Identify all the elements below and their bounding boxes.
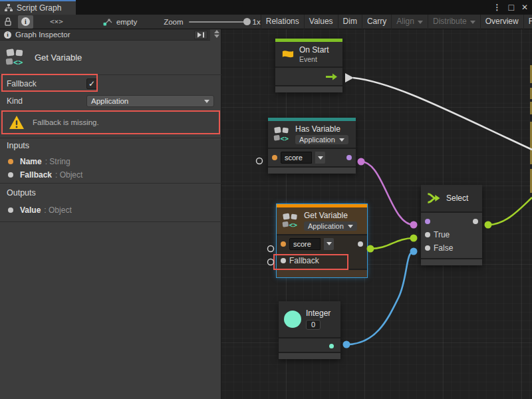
- full-screen-button[interactable]: Full Screen: [523, 15, 532, 29]
- port-dot-gray: [8, 207, 13, 213]
- output-port-integer[interactable]: [329, 344, 334, 348]
- input-port-name[interactable]: [281, 241, 286, 247]
- chevron-down-icon: [318, 156, 323, 160]
- maximize-icon[interactable]: □: [508, 2, 513, 13]
- variable-kind-dropdown[interactable]: Application: [304, 221, 357, 231]
- divider: [0, 221, 221, 222]
- graph-canvas[interactable]: On Start Event <>: [221, 29, 532, 399]
- output-port-value[interactable]: [358, 241, 363, 247]
- kind-row: Kind Application: [0, 94, 221, 108]
- tab-title: Script Graph: [17, 3, 61, 13]
- dim-button[interactable]: Dim: [338, 15, 362, 29]
- zoom-control: Zoom 1x: [164, 18, 261, 26]
- divider: [0, 183, 221, 184]
- node-integer[interactable]: Integer 0: [279, 301, 340, 359]
- node-get-variable[interactable]: <> Get Variable Application: [277, 204, 367, 277]
- output-row-value: Value : Object: [8, 205, 72, 215]
- variable-picker-button[interactable]: [324, 238, 334, 250]
- unity-visual-scripting-window: Script Graph ⋮ □ ✕ i <×> empty: [0, 0, 532, 399]
- wire-select-output: [488, 198, 532, 225]
- tab-script-graph[interactable]: Script Graph: [0, 0, 76, 15]
- integer-value-input[interactable]: 0: [306, 320, 321, 330]
- overview-button[interactable]: Overview: [480, 15, 523, 29]
- variable-kind-dropdown[interactable]: Application: [295, 135, 348, 144]
- node-header: Select: [421, 185, 482, 213]
- breadcrumb-label: empty: [116, 18, 137, 26]
- close-icon[interactable]: ✕: [521, 3, 528, 12]
- node-select[interactable]: Select True False: [421, 185, 482, 265]
- carry-button[interactable]: Carry: [362, 15, 391, 29]
- wire-endpoint-dot: [367, 245, 374, 253]
- input-port-false[interactable]: [425, 245, 430, 251]
- node-footer: [421, 259, 482, 265]
- warning-box: Fallback is missing.: [1, 110, 220, 134]
- lock-icon: [3, 17, 13, 27]
- kind-dropdown[interactable]: Application: [86, 95, 214, 107]
- variables-icon: <>: [5, 49, 25, 67]
- node-body: Fallback: [277, 235, 367, 270]
- zoom-slider-handle[interactable]: [243, 18, 251, 25]
- node-header: On Start Event: [275, 42, 342, 68]
- node-body: True False: [421, 213, 482, 259]
- node-title: Integer: [306, 309, 331, 318]
- input-port-true[interactable]: [425, 232, 430, 237]
- node-port-row: [268, 149, 356, 166]
- unconnected-port-ring[interactable]: [257, 158, 263, 164]
- svg-text:<>: <>: [13, 58, 23, 67]
- unconnected-port-ring[interactable]: [268, 246, 274, 252]
- variable-picker-button[interactable]: [315, 152, 325, 164]
- integer-type-icon: [284, 311, 301, 328]
- input-port-fallback[interactable]: [281, 258, 286, 263]
- align-button: Align: [391, 15, 428, 29]
- node-header: <> Has Variable Application: [268, 121, 356, 149]
- node-has-variable[interactable]: <> Has Variable Application: [268, 118, 356, 174]
- inputs-section-header: Inputs: [7, 141, 29, 150]
- inspector-toggle-button[interactable]: i: [18, 15, 33, 29]
- fallback-port-label: Fallback: [289, 256, 319, 265]
- wire-endpoint-dot: [410, 248, 418, 255]
- values-button[interactable]: Values: [304, 15, 338, 29]
- node-header: <> Get Variable Application: [277, 207, 367, 235]
- node-title: Select: [446, 194, 468, 203]
- more-menu-icon[interactable]: ⋮: [493, 3, 501, 12]
- node-footer: [277, 270, 367, 277]
- graph-inspector-panel: i Graph Inspector <> Get Variable: [0, 29, 221, 399]
- relations-button[interactable]: Relations: [261, 15, 304, 29]
- unconnected-port-ring[interactable]: [268, 259, 274, 265]
- dock-panel-button[interactable]: [194, 31, 207, 39]
- wires-layer: [221, 29, 532, 399]
- lock-button[interactable]: [0, 15, 16, 29]
- input-port-condition[interactable]: [425, 219, 430, 224]
- node-title: On Start: [299, 45, 329, 55]
- toolbar-buttons: Relations Values Dim Carry Align Distrib…: [261, 15, 532, 29]
- chevron-up-icon: [214, 30, 219, 33]
- warning-text: Fallback is missing.: [33, 118, 99, 126]
- node-header: Integer 0: [279, 301, 340, 338]
- panel-scroll-spinner[interactable]: [211, 30, 221, 41]
- variable-name-input[interactable]: [289, 238, 321, 250]
- graph-node-icon: [103, 18, 113, 26]
- node-port-row-fallback: Fallback: [277, 252, 367, 269]
- node-body: [268, 149, 356, 168]
- chevron-down-icon: [339, 138, 344, 142]
- fallback-checkbox[interactable]: ✓: [86, 78, 97, 89]
- wire-getvariable-to-select-true: [370, 238, 414, 249]
- expand-right-icon: [197, 32, 205, 38]
- node-port-row: [277, 235, 367, 252]
- info-icon: i: [4, 31, 11, 39]
- zoom-slider[interactable]: [189, 21, 247, 23]
- graph-hierarchy-icon: [5, 4, 13, 12]
- input-row-fallback: Fallback : Object: [8, 170, 82, 180]
- graph-inspector-header: i Graph Inspector: [0, 29, 210, 41]
- code-preview-button[interactable]: <×>: [50, 17, 63, 26]
- input-port-name[interactable]: [272, 155, 277, 160]
- node-body: [279, 338, 340, 353]
- node-on-start[interactable]: On Start Event: [275, 39, 342, 92]
- graph-breadcrumb[interactable]: empty: [103, 18, 137, 26]
- chevron-down-icon: [418, 21, 423, 24]
- variable-name-input[interactable]: [281, 152, 312, 164]
- graph-toolbar: i <×> empty Zoom 1x Relations Values Dim…: [0, 15, 532, 29]
- output-port-selection[interactable]: [473, 219, 478, 224]
- output-port-boolean[interactable]: [346, 155, 352, 160]
- wire-hasvariable-to-select: [361, 162, 414, 225]
